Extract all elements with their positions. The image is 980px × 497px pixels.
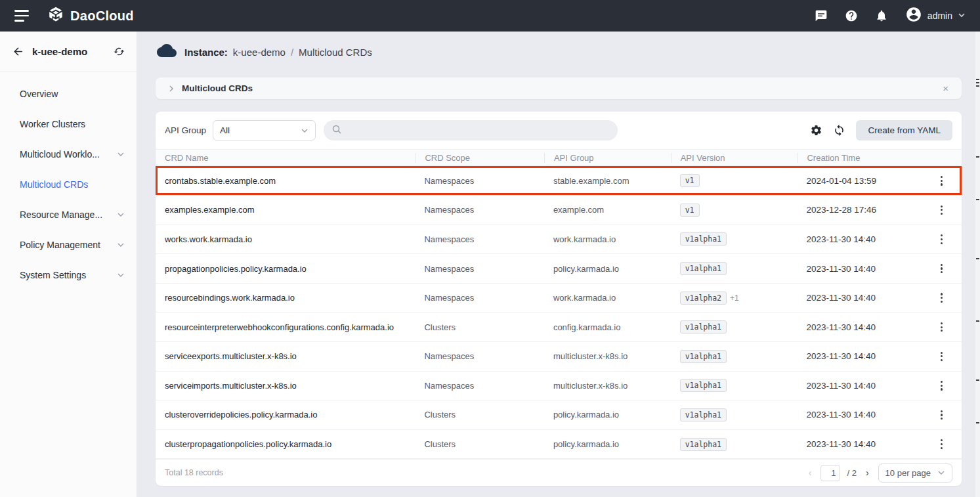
table-row[interactable]: serviceimports.multicluster.x-k8s.io Nam… bbox=[156, 372, 962, 401]
page-count: / 2 bbox=[847, 468, 856, 478]
chevron-down-icon bbox=[117, 271, 125, 279]
table-footer: Total 18 records ‹ / 2 › 10 per page bbox=[156, 459, 962, 486]
chevron-down-icon bbox=[937, 469, 945, 477]
api-group-select[interactable]: All bbox=[213, 120, 316, 140]
breadcrumb-page: Multicloud CRDs bbox=[299, 47, 372, 58]
table-row[interactable]: resourcebindings.work.karmada.io Namespa… bbox=[156, 284, 962, 313]
table-toolbar: API Group All bbox=[156, 112, 962, 149]
row-actions-menu-icon[interactable] bbox=[937, 261, 947, 276]
version-badge: v1 bbox=[680, 204, 700, 217]
page-scrollbar[interactable] bbox=[975, 32, 980, 497]
sidebar-item-resource-management[interactable]: Resource Manage... bbox=[0, 200, 137, 230]
row-actions-menu-icon[interactable] bbox=[937, 378, 947, 393]
table-row[interactable]: serviceexports.multicluster.x-k8s.io Nam… bbox=[156, 342, 962, 372]
breadcrumb: Instance: k-uee-demo / Multicloud CRDs bbox=[137, 32, 980, 72]
sidebar-item-system-settings[interactable]: System Settings bbox=[0, 260, 137, 290]
sidebar-item-overview[interactable]: Overview bbox=[0, 79, 137, 109]
row-actions-menu-icon[interactable] bbox=[937, 320, 947, 335]
create-from-yaml-button[interactable]: Create from YAML bbox=[856, 120, 952, 140]
row-actions-menu-icon[interactable] bbox=[937, 203, 947, 218]
messages-icon[interactable] bbox=[815, 9, 828, 22]
next-page-icon[interactable]: › bbox=[863, 467, 872, 478]
user-menu[interactable]: admin bbox=[905, 6, 966, 26]
version-badge: v1alpha1 bbox=[680, 438, 727, 451]
brand-logo[interactable]: DaoCloud bbox=[47, 6, 134, 26]
help-icon[interactable] bbox=[845, 9, 858, 22]
row-actions-menu-icon[interactable] bbox=[937, 408, 947, 423]
row-actions-menu-icon[interactable] bbox=[937, 173, 947, 188]
search-icon bbox=[331, 124, 342, 137]
table-row[interactable]: crontabs.stable.example.com Namespaces s… bbox=[156, 166, 962, 196]
info-panel-title: Multicloud CRDs bbox=[182, 83, 941, 93]
table-header: CRD Name CRD Scope API Group API Version… bbox=[156, 149, 962, 166]
version-badge: v1alpha1 bbox=[680, 320, 727, 334]
version-badge: v1 bbox=[680, 174, 700, 187]
pagination: ‹ / 2 › 10 per page bbox=[806, 464, 952, 483]
col-api-version: API Version bbox=[671, 153, 798, 163]
refresh-icon[interactable] bbox=[833, 124, 845, 137]
topbar: DaoCloud admin bbox=[0, 0, 980, 32]
version-badge: v1alpha1 bbox=[680, 379, 727, 392]
username: admin bbox=[927, 11, 952, 21]
version-badge: v1alpha1 bbox=[680, 262, 727, 275]
sidebar-item-policy-management[interactable]: Policy Management bbox=[0, 230, 137, 260]
breadcrumb-instance-label: Instance: bbox=[184, 47, 228, 58]
api-group-filter-label: API Group bbox=[165, 125, 206, 135]
row-actions-menu-icon[interactable] bbox=[937, 437, 947, 452]
close-icon[interactable]: × bbox=[941, 83, 950, 94]
page-size-select[interactable]: 10 per page bbox=[878, 464, 952, 483]
crd-table: CRD Name CRD Scope API Group API Version… bbox=[156, 149, 962, 459]
row-actions-menu-icon[interactable] bbox=[937, 349, 947, 364]
col-creation-time: Creation Time bbox=[797, 153, 921, 163]
chevron-down-icon bbox=[301, 127, 309, 135]
breadcrumb-instance-value[interactable]: k-uee-demo bbox=[233, 47, 286, 58]
chevron-down-icon bbox=[117, 211, 125, 219]
version-badge: v1alpha2 bbox=[680, 292, 727, 305]
prev-page-icon[interactable]: ‹ bbox=[806, 467, 815, 478]
version-badge: v1alpha1 bbox=[680, 350, 727, 363]
sidebar-item-multicloud-workloads[interactable]: Multicloud Worklo... bbox=[0, 139, 137, 169]
main-content: Instance: k-uee-demo / Multicloud CRDs M… bbox=[137, 32, 980, 497]
daocloud-logo-icon bbox=[47, 6, 64, 26]
crd-table-card: API Group All bbox=[156, 112, 962, 486]
sidebar-item-worker-clusters[interactable]: Worker Clusters bbox=[0, 109, 137, 139]
info-panel: Multicloud CRDs × bbox=[156, 77, 962, 99]
back-arrow-icon[interactable] bbox=[12, 45, 24, 58]
chevron-down-icon bbox=[117, 150, 125, 158]
brand-name: DaoCloud bbox=[70, 9, 134, 24]
sidebar-nav: Overview Worker Clusters Multicloud Work… bbox=[0, 72, 137, 290]
search-input[interactable] bbox=[347, 125, 610, 135]
total-records: Total 18 records bbox=[165, 468, 806, 477]
page-number-input[interactable] bbox=[820, 465, 840, 481]
row-actions-menu-icon[interactable] bbox=[937, 232, 947, 247]
settings-gear-icon[interactable] bbox=[810, 124, 822, 137]
menu-icon[interactable] bbox=[14, 10, 29, 22]
search-box[interactable] bbox=[324, 120, 618, 140]
chevron-right-icon[interactable] bbox=[167, 85, 175, 93]
col-crd-name: CRD Name bbox=[156, 153, 415, 163]
chevron-down-icon bbox=[117, 241, 125, 249]
col-crd-scope: CRD Scope bbox=[415, 153, 543, 163]
col-api-group: API Group bbox=[544, 153, 671, 163]
version-badge: v1alpha1 bbox=[680, 408, 727, 421]
table-row[interactable]: clusteroverridepolicies.policy.karmada.i… bbox=[156, 400, 962, 430]
switch-instance-icon[interactable] bbox=[114, 46, 125, 57]
chevron-down-icon bbox=[958, 10, 966, 22]
table-row[interactable]: resourceinterpreterwebhookconfigurations… bbox=[156, 313, 962, 342]
notifications-bell-icon[interactable] bbox=[875, 9, 888, 22]
avatar bbox=[905, 6, 922, 26]
cloud-icon bbox=[157, 43, 177, 61]
table-row[interactable]: propagationpolicies.policy.karmada.io Na… bbox=[156, 254, 962, 284]
instance-name: k-uee-demo bbox=[32, 46, 106, 57]
sidebar-item-multicloud-crds[interactable]: Multicloud CRDs bbox=[0, 169, 137, 200]
version-badge: v1alpha1 bbox=[680, 232, 727, 246]
table-row[interactable]: examples.example.com Namespaces example.… bbox=[156, 196, 962, 225]
table-row[interactable]: works.work.karmada.io Namespaces work.ka… bbox=[156, 225, 962, 255]
row-actions-menu-icon[interactable] bbox=[937, 290, 947, 305]
table-row[interactable]: clusterpropagationpolicies.policy.karmad… bbox=[156, 430, 962, 460]
sidebar: k-uee-demo Overview Worker Clusters Mult… bbox=[0, 32, 137, 497]
